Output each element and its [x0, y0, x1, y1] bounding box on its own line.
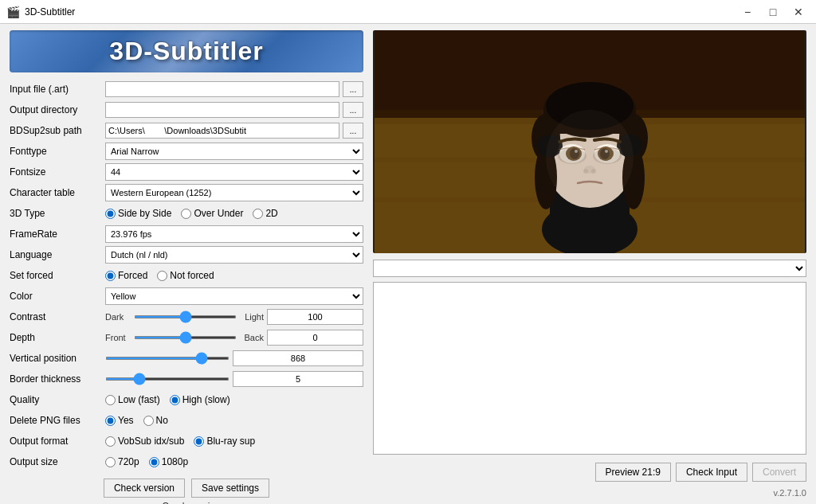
left-panel: 3D-Subtitler Input file (.art) ... Outpu…: [0, 24, 373, 504]
quality-high-label: High (slow): [182, 394, 230, 405]
check-version-button[interactable]: Check version: [104, 479, 185, 498]
bdsup-field[interactable]: C:\Users\ \Downloads\3DSubtit: [105, 123, 339, 139]
set-forced-label: Set forced: [10, 270, 105, 281]
right-dropdown[interactable]: [373, 260, 806, 277]
input-file-label: Input file (.art): [10, 84, 105, 95]
vertical-pos-label: Vertical position: [10, 353, 105, 364]
quality-low-radio[interactable]: [105, 395, 116, 405]
char-table-row: Character table Western European (1252) …: [10, 184, 363, 201]
preview-button[interactable]: Preview 21:9: [595, 463, 671, 482]
svg-point-35: [546, 110, 634, 205]
output-dir-row: Output directory ...: [10, 101, 363, 119]
delete-yes-option[interactable]: Yes: [105, 415, 134, 426]
output-format-label: Output format: [10, 436, 105, 447]
fonttype-row: Fonttype Arial Narrow Arial Times New Ro…: [10, 143, 363, 160]
right-bottom: Preview 21:9 Check Input Convert v.2.7.1…: [373, 253, 806, 498]
quality-low-label: Low (fast): [118, 394, 160, 405]
border-thick-slider[interactable]: [105, 377, 230, 381]
quality-high-radio[interactable]: [170, 395, 180, 405]
3d-type-label: 3D Type: [10, 208, 105, 219]
quality-row: Quality Low (fast) High (slow): [10, 391, 363, 408]
app-title: 3D-Subtitler: [22, 37, 351, 66]
ou-label: Over Under: [194, 208, 243, 219]
contrast-light-label: Light: [240, 312, 264, 322]
framerate-select[interactable]: 23.976 fps 24 fps 25 fps 29.97 fps 30 fp…: [105, 225, 363, 243]
output-format-row: Output format VobSub idx/sub Blu-ray sup: [10, 432, 363, 450]
check-input-button[interactable]: Check Input: [676, 463, 747, 482]
fonttype-label: Fonttype: [10, 146, 105, 157]
language-row: Language Dutch (nl / nld) English (en / …: [10, 246, 363, 264]
delete-yes-label: Yes: [118, 415, 134, 426]
preview-svg: [373, 30, 806, 253]
size-720p-option[interactable]: 720p: [105, 456, 139, 467]
2d-radio[interactable]: [253, 209, 263, 219]
output-dir-browse-button[interactable]: ...: [343, 102, 363, 118]
color-row: Color Yellow White Red Blue Green: [10, 287, 363, 305]
title-bar-title: 3D-Subtitler: [25, 6, 75, 18]
size-1080p-option[interactable]: 1080p: [149, 456, 188, 467]
app-icon: 🎬: [6, 6, 20, 18]
bluray-radio[interactable]: [194, 436, 204, 447]
depth-slider[interactable]: [134, 336, 237, 339]
2d-option[interactable]: 2D: [253, 208, 277, 219]
size-1080p-radio[interactable]: [149, 457, 159, 467]
quality-low-option[interactable]: Low (fast): [105, 394, 160, 405]
delete-yes-radio[interactable]: [105, 416, 116, 426]
title-bar: 🎬 3D-Subtitler − □ ✕: [0, 0, 816, 24]
bdsup-browse-button[interactable]: ...: [343, 123, 363, 139]
input-file-field[interactable]: [105, 81, 339, 97]
vertical-pos-slider[interactable]: [105, 357, 230, 360]
close-button[interactable]: ✕: [787, 4, 810, 20]
not-forced-radio[interactable]: [157, 271, 167, 281]
vertical-pos-row: Vertical position 868: [10, 350, 363, 367]
sbs-radio[interactable]: [105, 209, 116, 219]
char-table-select[interactable]: Western European (1252) Central European…: [105, 184, 363, 201]
framerate-row: FrameRate 23.976 fps 24 fps 25 fps 29.97…: [10, 225, 363, 243]
depth-value[interactable]: 0: [267, 330, 363, 346]
output-dir-field[interactable]: [105, 102, 339, 118]
version-text: v.2.7.1.0: [373, 488, 806, 498]
forced-radio[interactable]: [105, 271, 116, 281]
size-720p-radio[interactable]: [105, 457, 116, 467]
fontsize-select[interactable]: 32 36 40 44 48 52: [105, 163, 363, 181]
preview-image: [373, 30, 806, 253]
contrast-dark-label: Dark: [105, 312, 131, 322]
quality-high-option[interactable]: High (slow): [170, 394, 230, 405]
crack-version-label: Crack version: [162, 501, 220, 504]
fonttype-select[interactable]: Arial Narrow Arial Times New Roman Verda…: [105, 143, 363, 160]
not-forced-label: Not forced: [170, 270, 214, 281]
not-forced-option[interactable]: Not forced: [157, 270, 214, 281]
ou-option[interactable]: Over Under: [181, 208, 243, 219]
delete-no-label: No: [156, 415, 168, 426]
char-table-label: Character table: [10, 187, 105, 198]
bdsup-row: BDSup2sub path C:\Users\ \Downloads\3DSu…: [10, 122, 363, 139]
language-select[interactable]: Dutch (nl / nld) English (en / eng) Fren…: [105, 246, 363, 264]
set-forced-row: Set forced Forced Not forced: [10, 267, 363, 284]
vobsub-option[interactable]: VobSub idx/sub: [105, 436, 184, 447]
color-select[interactable]: Yellow White Red Blue Green: [105, 287, 363, 305]
quality-label: Quality: [10, 394, 105, 405]
depth-back-label: Back: [240, 333, 264, 342]
bluray-option[interactable]: Blu-ray sup: [194, 436, 255, 447]
convert-button[interactable]: Convert: [752, 463, 806, 482]
vertical-pos-value[interactable]: 868: [233, 350, 363, 366]
minimize-button[interactable]: −: [736, 4, 759, 20]
fontsize-label: Fontsize: [10, 166, 105, 178]
vobsub-radio[interactable]: [105, 436, 116, 447]
text-preview-box: [373, 282, 806, 455]
ou-radio[interactable]: [181, 209, 191, 219]
contrast-slider[interactable]: [134, 315, 237, 318]
forced-option[interactable]: Forced: [105, 270, 147, 281]
delete-no-radio[interactable]: [143, 416, 154, 426]
language-label: Language: [10, 249, 105, 260]
vobsub-label: VobSub idx/sub: [118, 436, 184, 447]
delete-no-option[interactable]: No: [143, 415, 168, 426]
border-thick-value[interactable]: 5: [233, 371, 363, 387]
depth-front-label: Front: [105, 333, 131, 342]
input-file-browse-button[interactable]: ...: [343, 81, 363, 97]
maximize-button[interactable]: □: [762, 4, 784, 20]
contrast-value[interactable]: 100: [267, 309, 363, 325]
save-settings-button[interactable]: Save settings: [191, 479, 269, 498]
contrast-row: Contrast Dark Light 100: [10, 308, 363, 326]
sbs-option[interactable]: Side by Side: [105, 208, 171, 219]
